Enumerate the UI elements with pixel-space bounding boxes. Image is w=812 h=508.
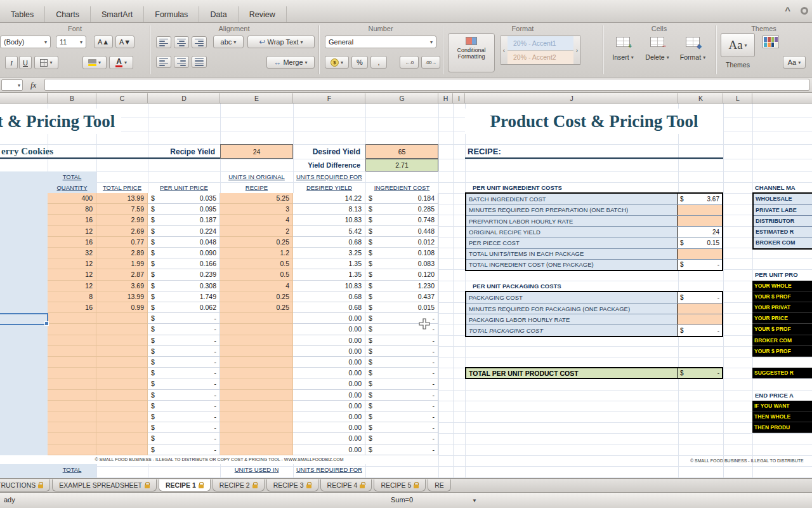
cell-per-unit-price-empty[interactable]: $- [148,335,220,346]
conditional-formatting-button[interactable]: Conditional Formatting [448,33,495,72]
cell-total-price-r4[interactable]: 2.69 [96,226,148,237]
yield-difference-cell[interactable]: 2.71 [365,159,438,171]
column-header-K[interactable]: K [678,93,723,104]
cell-units-required-empty[interactable]: 0.00 [293,335,365,346]
themes-gallery-button[interactable]: Aa▾ [721,33,755,57]
percent-format-button[interactable]: % [351,56,368,69]
cell-ingredient-cost-empty[interactable]: $- [365,368,438,378]
cell-total-quantity-empty[interactable] [48,401,96,411]
cell-units-original-empty[interactable] [220,433,293,444]
cell-units-required-r1[interactable]: 14.22 [293,193,365,204]
align-center-button[interactable] [174,36,189,48]
sheet-tab-recipe-2[interactable]: RECIPE 2 [213,479,265,491]
cell-per-unit-price-r1[interactable]: $0.035 [148,193,220,204]
cell-units-required-empty[interactable]: 0.00 [293,346,365,357]
cell-ingredient-cost-empty[interactable]: $- [365,346,438,357]
cell-per-unit-price-empty[interactable]: $- [148,324,220,335]
cell-style-accent2[interactable]: 20% - Accent2 [508,51,573,65]
cell-total-quantity-empty[interactable] [48,422,96,433]
cell-ingredient-cost-r7[interactable]: $0.083 [365,258,438,269]
cell-units-original-empty[interactable] [220,378,293,389]
cell-units-required-empty[interactable]: 0.00 [293,411,365,422]
ingredient-cost-table-value-6[interactable] [677,249,722,259]
ribbon-tab-charts[interactable]: Charts [45,6,91,22]
cell-total-quantity-empty[interactable] [48,313,96,324]
font-name-dropdown[interactable]: (Body)▾ [0,36,51,48]
cell-total-price-r5[interactable]: 0.77 [96,237,148,248]
cell-total-quantity-r8[interactable]: 12 [48,269,96,280]
cell-total-price-empty[interactable] [96,422,148,433]
cell-units-original-empty[interactable] [220,324,293,335]
cell-total-quantity-empty[interactable] [48,335,96,346]
cell-units-original-empty[interactable] [220,313,293,324]
cell-ingredient-cost-r3[interactable]: $0.748 [365,215,438,225]
cell-per-unit-price-r7[interactable]: $0.166 [148,258,220,269]
cell-per-unit-price-r5[interactable]: $0.048 [148,237,220,248]
sheet-tab-re[interactable]: RE [428,479,451,491]
cell-ingredient-cost-empty[interactable]: $- [365,444,438,455]
decrease-indent-button[interactable] [156,56,171,68]
cell-total-price-empty[interactable] [96,335,148,346]
align-left-button[interactable] [156,36,171,48]
cell-units-original-empty[interactable] [220,411,293,422]
cell-total-quantity-r10[interactable]: 8 [48,291,96,302]
cell-units-original-empty[interactable] [220,444,293,455]
cell-units-original-empty[interactable] [220,390,293,401]
ribbon-tab-review[interactable]: Review [239,6,287,22]
column-header-H[interactable]: H [438,93,453,104]
align-right-button[interactable] [192,36,207,48]
cell-per-unit-price-empty[interactable]: $- [148,378,220,389]
cell-total-price-r8[interactable]: 2.87 [96,269,148,280]
header-cell-B[interactable]: QUANTITY [48,182,96,193]
cell-units-required-r7[interactable]: 1.35 [293,258,365,269]
cell-per-unit-price-empty[interactable]: $- [148,433,220,444]
column-header-L[interactable]: L [723,93,752,104]
abc-button[interactable]: abc▾ [213,36,244,48]
header-cell-G[interactable] [365,464,438,475]
header-cell-E[interactable]: UNITS USED IN [220,464,293,475]
delete-cells-button[interactable]: −Delete▾ [642,34,672,61]
cell-per-unit-price-empty[interactable]: $- [148,390,220,401]
cell-total-price-empty[interactable] [96,390,148,401]
cell-units-original-r7[interactable]: 0.5 [220,258,293,269]
cell-units-required-empty[interactable]: 0.00 [293,378,365,389]
cell-units-original-empty[interactable] [220,335,293,346]
cell-style-accent1[interactable]: 20% - Accent1 [508,36,573,51]
cell-total-quantity-empty[interactable] [48,433,96,444]
increase-decimal-button[interactable]: ←.0 [400,56,419,69]
cell-total-quantity-r5[interactable]: 16 [48,237,96,248]
sum-dropdown-icon[interactable]: ▼ [472,498,477,504]
comma-format-button[interactable]: , [370,56,387,69]
cell-ingredient-cost-r4[interactable]: $0.448 [365,226,438,237]
cell-ingredient-cost-r9[interactable]: $1.230 [365,281,438,291]
ingredient-cost-table-value-2[interactable] [677,205,722,215]
cell-total-price-r2[interactable]: 7.59 [96,204,148,215]
cell-per-unit-price-r6[interactable]: $0.090 [148,248,220,258]
channel-row-4[interactable]: ESTIMATED R [754,226,812,237]
gallery-next-icon[interactable]: › [573,36,580,64]
wrap-text-button[interactable]: ↩Wrap Text▾ [247,36,315,48]
pricing-row-1[interactable]: YOUR WHOLE [752,281,812,291]
cell-total-price-r11[interactable]: 0.99 [96,302,148,313]
packaging-cost-table-value-4[interactable]: $- [677,325,722,335]
cell-ingredient-cost-empty[interactable]: $- [365,401,438,411]
cell-total-quantity-empty[interactable] [48,444,96,455]
cell-total-quantity-empty[interactable] [48,346,96,357]
cell-per-unit-price-r4[interactable]: $0.224 [148,226,220,237]
suggested-price-row[interactable]: SUGGESTED R [752,368,812,378]
cell-total-quantity-empty[interactable] [48,378,96,389]
cell-ingredient-cost-r1[interactable]: $0.184 [365,193,438,204]
cell-total-price-empty[interactable] [96,411,148,422]
ribbon-tab-tables[interactable]: Tables [0,6,45,22]
packaging-cost-table-value-1[interactable]: $- [677,292,722,303]
channel-row-2[interactable]: PRIVATE LABE [754,204,812,215]
cell-per-unit-price-empty[interactable]: $- [148,368,220,378]
sheet-tab-example-spreadsheet[interactable]: EXAMPLE SPREADSHEET [52,479,157,491]
cell-ingredient-cost-empty[interactable]: $- [365,433,438,444]
cell-ingredient-cost-r6[interactable]: $0.108 [365,248,438,258]
cell-per-unit-price-empty[interactable]: $- [148,313,220,324]
sheet-tab-recipe-1[interactable]: RECIPE 1 [159,479,211,491]
cell-units-required-empty[interactable]: 0.00 [293,401,365,411]
cell-units-original-r4[interactable]: 2 [220,226,293,237]
sheet-tab-recipe-3[interactable]: RECIPE 3 [266,479,318,491]
